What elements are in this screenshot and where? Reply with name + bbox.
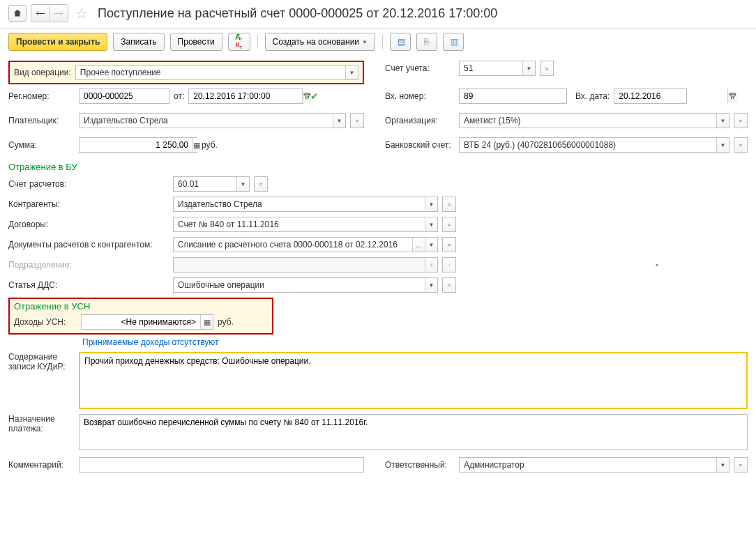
save-button[interactable]: Записать [113, 33, 164, 51]
list-button[interactable]: ▥ [443, 33, 464, 51]
dropdown-icon[interactable] [716, 138, 729, 152]
bank-input[interactable]: ВТБ 24 (руб.) (40702810656000001088) [459, 137, 729, 153]
dds-input[interactable]: Ошибочные операции [173, 277, 438, 293]
dtkt-button[interactable]: ДтКт [228, 33, 250, 51]
open-icon[interactable] [734, 114, 747, 128]
regnum-date-input[interactable] [188, 89, 303, 104]
purpose-textarea[interactable] [79, 414, 748, 450]
dropdown-icon[interactable] [522, 61, 535, 75]
account-open[interactable] [540, 61, 554, 76]
account-input[interactable]: 51 [459, 61, 536, 76]
home-button[interactable] [8, 5, 27, 22]
dept-open [442, 257, 456, 272]
payer-open[interactable] [350, 113, 364, 128]
dropdown-icon[interactable] [333, 114, 345, 128]
contract-input[interactable]: Счет № 840 от 11.11.2016 [173, 217, 438, 232]
operation-type-select[interactable]: Прочее поступление [75, 65, 358, 80]
bank-label: Банковский счет: [385, 140, 455, 150]
sum-currency: руб. [202, 140, 218, 150]
usn-income-input[interactable] [81, 314, 213, 330]
dropdown-icon[interactable] [345, 66, 358, 79]
org-label: Организация: [385, 116, 455, 125]
usn-currency: руб. [218, 317, 234, 327]
dropdown-icon[interactable] [425, 197, 437, 211]
attach-button[interactable]: ⎘ [416, 33, 437, 51]
doc-input[interactable]: Списание с расчетного счета 0000-000118 … [173, 237, 438, 252]
open-icon[interactable] [255, 177, 267, 191]
dropdown-icon[interactable] [425, 238, 437, 252]
back-button[interactable]: 🡐 [31, 5, 50, 22]
incoming-num-input[interactable] [459, 89, 567, 104]
doc-open[interactable] [442, 237, 456, 252]
open-icon[interactable] [443, 238, 455, 252]
regnum-input[interactable] [79, 89, 169, 104]
open-icon[interactable] [351, 114, 363, 128]
kudir-textarea[interactable] [79, 352, 748, 409]
dept-input [173, 257, 438, 272]
paperclip-icon: ⎘ [424, 37, 429, 47]
dds-label: Статья ДДС: [8, 280, 169, 290]
post-button[interactable]: Провести [170, 33, 222, 51]
usn-income-label: Доходы УСН: [14, 317, 77, 327]
open-icon[interactable] [443, 197, 455, 211]
favorite-star-icon[interactable]: ☆ [75, 5, 88, 22]
page-title: Поступление на расчетный счет 0000-00002… [98, 6, 497, 21]
contragent-label: Контрагенты: [8, 199, 169, 209]
comment-label: Комментарий: [8, 460, 75, 470]
sum-input[interactable] [79, 137, 197, 153]
dropdown-icon[interactable] [425, 217, 437, 231]
contragent-open[interactable] [442, 197, 456, 212]
regnum-label: Рег.номер: [8, 91, 75, 101]
calc-account-open[interactable] [254, 176, 268, 192]
calculator-icon[interactable] [192, 138, 200, 152]
contragent-input[interactable]: Издательство Стрела [173, 197, 438, 212]
dds-open[interactable] [442, 277, 456, 293]
incoming-date-input[interactable] [614, 89, 687, 104]
responsible-label: Ответственный: [385, 460, 455, 470]
bank-open[interactable] [734, 137, 748, 153]
bu-section-title: Отражение в БУ [8, 162, 748, 172]
open-icon[interactable] [734, 458, 747, 472]
usn-section-title: Отражение в УСН [14, 301, 268, 312]
contract-open[interactable] [442, 217, 456, 232]
org-input[interactable]: Аметист (15%) [459, 113, 729, 128]
dropdown-icon[interactable] [716, 458, 729, 472]
dept-label: Подразделение: [8, 260, 169, 270]
regnum-date-label: от: [174, 91, 184, 101]
dtkt-icon: ДтКт [236, 33, 243, 50]
calendar-icon[interactable] [727, 89, 736, 103]
document-icon: ▤ [398, 37, 405, 47]
posted-check-icon: ✔ [310, 91, 319, 102]
open-icon[interactable] [540, 61, 553, 75]
payer-label: Плательщик: [8, 116, 75, 125]
incoming-date-label: Вх. дата: [575, 91, 610, 101]
calc-account-label: Счет расчетов: [8, 179, 169, 189]
purpose-label: Назначение платежа: [8, 414, 75, 433]
payer-input[interactable]: Издательство Стрела [79, 113, 346, 128]
open-icon[interactable] [443, 217, 455, 231]
list-icon: ▥ [451, 37, 458, 47]
calc-account-input[interactable]: 60.01 [173, 176, 250, 192]
sum-label: Сумма: [8, 140, 75, 150]
dropdown-icon[interactable] [236, 177, 249, 191]
open-icon[interactable] [443, 278, 455, 292]
dropdown-icon[interactable] [425, 278, 437, 292]
red-mark-icon: - [656, 260, 658, 270]
dropdown-icon[interactable] [716, 114, 729, 128]
kudir-label: Содержание записи КУДиР: [8, 352, 75, 371]
home-icon [13, 8, 22, 18]
post-and-close-button[interactable]: Провести и закрыть [8, 33, 107, 51]
responsible-input[interactable]: Администратор [459, 457, 729, 473]
doc-label: Документы расчетов с контрагентом: [8, 240, 169, 250]
comment-input[interactable] [79, 457, 364, 473]
ellipsis-icon[interactable]: … [412, 238, 425, 252]
open-icon[interactable] [734, 138, 747, 152]
org-open[interactable] [734, 113, 748, 128]
doc-button[interactable]: ▤ [390, 33, 411, 51]
responsible-open[interactable] [734, 457, 748, 473]
usn-note-link[interactable]: Принимаемые доходы отсутствуют [82, 337, 219, 347]
create-based-on-button[interactable]: Создать на основании ▼ [265, 33, 375, 51]
calculator-icon[interactable] [200, 315, 213, 329]
separator [382, 35, 383, 49]
separator [257, 35, 258, 49]
